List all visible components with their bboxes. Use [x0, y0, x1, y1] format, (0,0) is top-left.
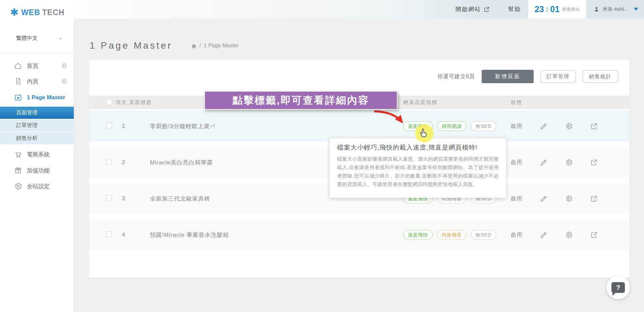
gear-icon [14, 182, 22, 190]
settings-icon[interactable] [565, 122, 573, 130]
row-index: 4 [118, 232, 128, 238]
settings-icon[interactable] [565, 231, 573, 239]
open-page-icon[interactable] [590, 195, 598, 202]
page-title-link[interactable]: Miracle美白亮白精華露 [150, 159, 213, 166]
cursor-pointer-icon [419, 128, 428, 140]
sidebar-item-inner-pages[interactable]: 內頁 [0, 73, 74, 89]
sidebar-subitem-order-management[interactable]: 訂單管理 [0, 119, 74, 132]
timer-suffix-label: 秒後登出 [562, 6, 580, 12]
asterisk-logo-icon: ✱ [10, 7, 18, 17]
edit-icon[interactable] [540, 159, 547, 166]
status-label: 啟用 [511, 231, 522, 239]
timer-seconds: 01 [550, 4, 559, 14]
question-mark: ? [616, 283, 621, 292]
row-checkbox[interactable] [106, 231, 112, 237]
sidebar-item-label: 全站設定 [27, 183, 50, 190]
sidebar-item-label: 首頁 [27, 62, 38, 70]
quality-badge[interactable]: 精簡易讀 [437, 121, 467, 131]
page-quota-text: 你還可建立6頁 [437, 73, 475, 80]
open-page-icon[interactable] [590, 159, 598, 166]
home-breadcrumb-icon[interactable] [191, 43, 197, 49]
sidebar-item-home[interactable]: 首頁 [0, 58, 74, 73]
column-header-index: 項次 [116, 99, 127, 106]
column-header-quality: 網頁品質指標 [403, 99, 437, 106]
subitem-label: 頁面管理 [16, 109, 38, 116]
edit-icon[interactable] [540, 195, 547, 202]
card-toolbar: 你還可建立6頁 新增頁面 訂單管理 銷售統計 [437, 70, 618, 83]
brand-logo: ✱ WEB TECH [10, 7, 64, 17]
sales-statistics-button[interactable]: 銷售統計 [583, 70, 618, 83]
add-page-button[interactable]: 新增頁面 [482, 70, 534, 83]
quality-badge[interactable]: 內容稍長 [437, 230, 467, 240]
breadcrumb: / 1 Page Master [191, 43, 239, 49]
caret-down-icon [634, 8, 638, 11]
sidebar-item-label: 內頁 [27, 77, 38, 85]
open-page-icon[interactable] [590, 122, 598, 130]
status-label: 啟用 [511, 159, 522, 166]
chevron-down-icon [58, 36, 63, 41]
open-site-link[interactable]: 開啟網站 [455, 0, 490, 18]
select-all-checkbox[interactable] [106, 100, 112, 105]
sidebar-item-1-page-master[interactable]: 1 Page Master [0, 90, 74, 105]
app-root: ✱ WEB TECH 繁體中文 首頁 內頁 [0, 0, 644, 312]
home-icon [14, 62, 22, 70]
quality-badges: 速度飛快內容稍長無SEO [403, 230, 496, 240]
language-value: 繁體中文 [16, 35, 38, 42]
column-header-status: 狀態 [511, 99, 522, 106]
sidebar-divider [0, 53, 74, 53]
open-page-icon[interactable] [590, 231, 598, 239]
quality-tooltip: 檔案大小輕巧,飛快的載入速度,簡直是網頁模特! 檔案大小直接影響著網頁載入速度。… [330, 138, 506, 198]
gear-icon[interactable] [61, 78, 67, 84]
help-fab-button[interactable]: ? [606, 276, 630, 299]
row-checkbox[interactable] [106, 195, 112, 201]
sidebar-subitem-sales-analysis[interactable]: 銷售分析 [0, 132, 74, 145]
person-icon [593, 6, 600, 12]
help-label: 幫助 [508, 5, 521, 13]
callout-banner: 點擊標籤,即可查看詳細內容 [204, 91, 397, 110]
sidebar: ✱ WEB TECH 繁體中文 首頁 內頁 [0, 0, 74, 312]
status-label: 啟用 [511, 123, 522, 130]
row-index: 1 [118, 123, 128, 129]
sidebar-item-ecommerce[interactable]: 電商系統 [0, 147, 74, 162]
quality-badge[interactable]: 速度飛快 [403, 230, 433, 240]
row-index: 3 [118, 196, 128, 202]
breadcrumb-separator: / [200, 43, 201, 49]
subitem-label: 銷售分析 [16, 135, 38, 142]
document-icon [14, 77, 22, 85]
topbar: 開啟網站 幫助 23 : 01 秒後登出 米洛-Ashl... [74, 0, 644, 18]
sidebar-subitem-page-management[interactable]: 頁面管理 [0, 107, 74, 119]
logout-timer: 23 : 01 秒後登出 [528, 0, 586, 18]
order-management-button[interactable]: 訂單管理 [540, 70, 576, 83]
tooltip-title: 檔案大小輕巧,飛快的載入速度,簡直是網頁模特! [337, 143, 499, 152]
sidebar-item-addons[interactable]: 加值功能 [0, 163, 74, 178]
gear-icon[interactable] [61, 63, 67, 69]
subitem-label: 訂單管理 [16, 122, 38, 129]
user-menu[interactable]: 米洛-Ashl... [586, 0, 644, 18]
page-title-link[interactable]: 預購!Miracle 專業香水洗髮精 [150, 231, 229, 239]
sidebar-item-label: 1 Page Master [27, 94, 65, 101]
sidebar-item-label: 電商系統 [27, 151, 50, 158]
page-title-link[interactable]: 全新第三代北歐家具椅 [150, 195, 210, 203]
edit-icon[interactable] [540, 122, 547, 130]
page-title-link[interactable]: 零廚藝!3分鐘輕鬆上菜~! [150, 122, 215, 130]
edit-icon[interactable] [540, 231, 547, 239]
quality-badge[interactable]: 無SEO [471, 230, 496, 240]
tooltip-body: 檔案大小直接影響著網頁載入速度。過大的網頁需要更長的時間才能完整載入,這會讓使用… [337, 155, 499, 189]
user-name: 米洛-Ashl... [602, 6, 628, 12]
row-checkbox[interactable] [106, 159, 112, 165]
timer-minutes: 23 [535, 4, 544, 14]
settings-icon[interactable] [565, 195, 573, 202]
page-title: 1 Page Master [90, 40, 172, 51]
row-checkbox[interactable] [106, 123, 112, 128]
quality-badge[interactable]: 無SEO [471, 121, 496, 131]
settings-icon[interactable] [565, 159, 573, 166]
cart-icon [14, 150, 22, 158]
brand-name-secondary: TECH [42, 8, 65, 17]
sidebar-item-site-settings[interactable]: 全站設定 [0, 178, 74, 194]
language-selector[interactable]: 繁體中文 [16, 35, 63, 42]
row-actions [540, 159, 598, 166]
help-link[interactable]: 幫助 [508, 0, 521, 18]
star-window-icon [14, 94, 22, 102]
status-label: 啟用 [511, 195, 522, 202]
red-arrow-annotation [356, 107, 423, 134]
